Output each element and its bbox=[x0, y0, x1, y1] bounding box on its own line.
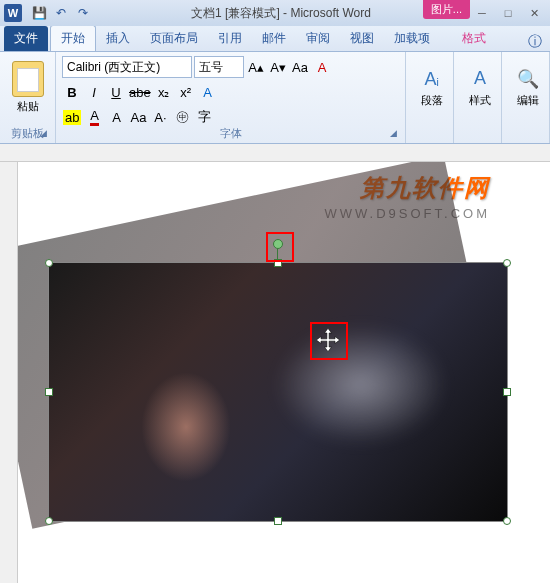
tab-view[interactable]: 视图 bbox=[340, 26, 384, 51]
editing-label: 编辑 bbox=[517, 93, 539, 108]
phonetic-button[interactable]: A· bbox=[150, 107, 170, 127]
qat-redo-icon[interactable]: ↷ bbox=[74, 4, 92, 22]
clear-format-button[interactable]: A bbox=[312, 57, 332, 77]
change-case-button[interactable]: Aa bbox=[290, 57, 310, 77]
vertical-ruler[interactable] bbox=[0, 162, 18, 583]
ribbon-font-group: Calibri (西文正文) 五号 A▴ A▾ Aa A B I U abe x… bbox=[56, 52, 406, 143]
italic-button[interactable]: I bbox=[84, 82, 104, 102]
font-size-select[interactable]: 五号 bbox=[194, 56, 244, 78]
underline-button[interactable]: U bbox=[106, 82, 126, 102]
font-dialog-launcher[interactable]: ◢ bbox=[390, 128, 402, 140]
clipboard-dialog-launcher[interactable]: ◢ bbox=[40, 128, 52, 140]
find-icon: 🔍 bbox=[516, 67, 540, 91]
qat-save-icon[interactable]: 💾 bbox=[30, 4, 48, 22]
text-effects-button[interactable]: A bbox=[198, 82, 218, 102]
styles-button[interactable]: A 样式 bbox=[460, 56, 500, 118]
paragraph-button[interactable]: Aᵢ 段落 bbox=[412, 56, 452, 118]
qat-undo-icon[interactable]: ↶ bbox=[52, 4, 70, 22]
ribbon-paragraph-group: Aᵢ 段落 bbox=[406, 52, 454, 143]
ribbon-editing-group: 🔍 编辑 bbox=[502, 52, 550, 143]
horizontal-ruler[interactable] bbox=[0, 144, 550, 162]
tab-insert[interactable]: 插入 bbox=[96, 26, 140, 51]
font-color-button[interactable]: A bbox=[84, 107, 104, 127]
highlight-button[interactable]: ab bbox=[62, 107, 82, 127]
bold-button[interactable]: B bbox=[62, 82, 82, 102]
resize-handle-tl[interactable] bbox=[45, 259, 53, 267]
window-title: 文档1 [兼容模式] - Microsoft Word bbox=[92, 5, 470, 22]
tab-mailings[interactable]: 邮件 bbox=[252, 26, 296, 51]
resize-handle-bl[interactable] bbox=[45, 517, 53, 525]
minimize-button[interactable]: ─ bbox=[470, 4, 494, 22]
resize-handle-bm[interactable] bbox=[274, 517, 282, 525]
subscript-button[interactable]: x₂ bbox=[154, 82, 174, 102]
close-button[interactable]: ✕ bbox=[522, 4, 546, 22]
resize-handle-ml[interactable] bbox=[45, 388, 53, 396]
resize-handle-tr[interactable] bbox=[503, 259, 511, 267]
document-area[interactable]: 第九软件网 WWW.D9SOFT.COM bbox=[18, 162, 550, 583]
char-shading-button[interactable]: A bbox=[106, 107, 126, 127]
enclose-button[interactable]: ㊥ bbox=[172, 107, 192, 127]
tab-home[interactable]: 开始 bbox=[50, 25, 96, 51]
font-name-select[interactable]: Calibri (西文正文) bbox=[62, 56, 192, 78]
help-icon[interactable]: ⓘ bbox=[528, 33, 542, 51]
selected-image[interactable] bbox=[48, 262, 508, 522]
paste-label: 粘贴 bbox=[17, 99, 39, 114]
paragraph-icon: Aᵢ bbox=[420, 67, 444, 91]
paste-icon bbox=[12, 61, 44, 97]
paragraph-label: 段落 bbox=[421, 93, 443, 108]
picture-tools-tab[interactable]: 图片... bbox=[423, 0, 470, 19]
styles-label: 样式 bbox=[469, 93, 491, 108]
move-cursor-icon bbox=[314, 326, 342, 354]
tab-file[interactable]: 文件 bbox=[4, 26, 48, 51]
highlight-box-rotate bbox=[266, 232, 294, 262]
styles-icon: A bbox=[468, 67, 492, 91]
tab-review[interactable]: 审阅 bbox=[296, 26, 340, 51]
resize-handle-br[interactable] bbox=[503, 517, 511, 525]
strike-button[interactable]: abe bbox=[128, 82, 152, 102]
tab-references[interactable]: 引用 bbox=[208, 26, 252, 51]
char-combine-button[interactable]: 字 bbox=[194, 107, 214, 127]
resize-handle-mr[interactable] bbox=[503, 388, 511, 396]
word-app-icon[interactable]: W bbox=[4, 4, 22, 22]
superscript-button[interactable]: x² bbox=[176, 82, 196, 102]
ribbon-clipboard-group: 粘贴 剪贴板 ◢ bbox=[0, 52, 56, 143]
char-border-button[interactable]: Aa bbox=[128, 107, 148, 127]
shrink-font-button[interactable]: A▾ bbox=[268, 57, 288, 77]
tab-addins[interactable]: 加载项 bbox=[384, 26, 440, 51]
tab-layout[interactable]: 页面布局 bbox=[140, 26, 208, 51]
ribbon-styles-group: A 样式 bbox=[454, 52, 502, 143]
editing-button[interactable]: 🔍 编辑 bbox=[508, 56, 548, 118]
paste-button[interactable]: 粘贴 bbox=[6, 56, 50, 118]
grow-font-button[interactable]: A▴ bbox=[246, 57, 266, 77]
tab-format[interactable]: 格式 bbox=[452, 26, 496, 51]
font-group-label: 字体 bbox=[56, 126, 405, 141]
maximize-button[interactable]: □ bbox=[496, 4, 520, 22]
